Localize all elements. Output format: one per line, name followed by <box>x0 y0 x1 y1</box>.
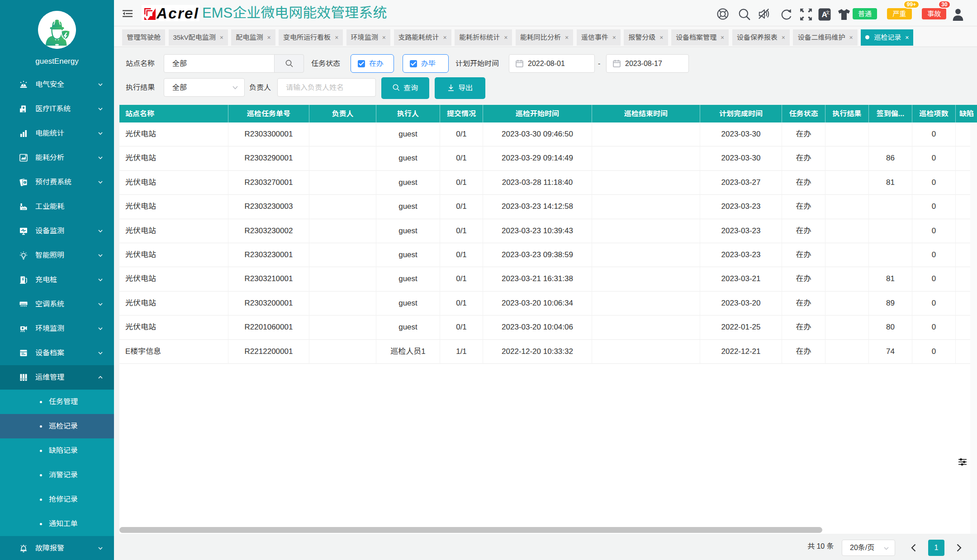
svg-text:文: 文 <box>825 10 830 15</box>
svg-text:Acrel: Acrel <box>156 5 199 21</box>
